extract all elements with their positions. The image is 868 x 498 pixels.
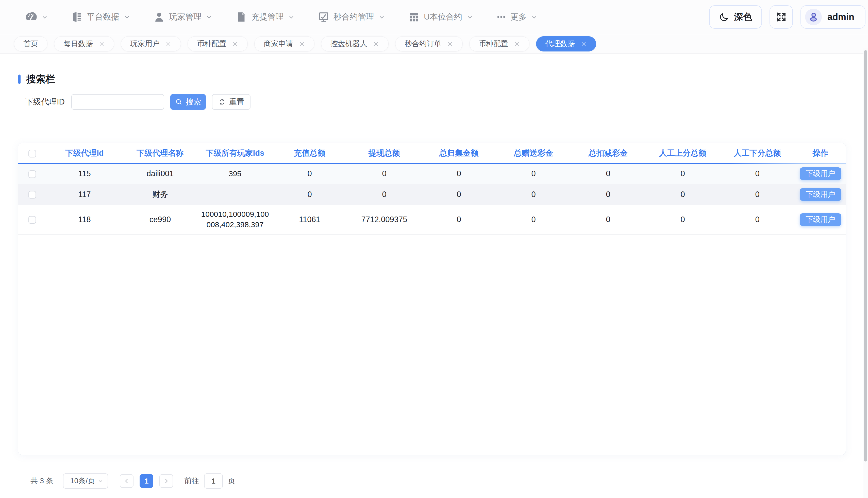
tab-close-icon[interactable]	[447, 41, 453, 47]
chevron-down-icon	[41, 13, 48, 21]
table-cell: 0	[347, 184, 422, 205]
nav-item-usdt-contract[interactable]: U本位合约	[397, 11, 485, 23]
column-header: 人工下分总额	[720, 143, 795, 163]
sub-users-button[interactable]: 下级用户	[800, 167, 841, 180]
goto-label: 前往	[184, 476, 199, 486]
moon-icon	[719, 12, 729, 22]
table-cell: 0	[720, 163, 795, 184]
tab[interactable]: 币种配置	[188, 36, 248, 51]
tab[interactable]: 秒合约订单	[395, 36, 463, 51]
column-header: 下级代理名称	[123, 143, 198, 163]
column-header: 下级代理id	[47, 143, 123, 163]
row-checkbox[interactable]	[28, 170, 36, 178]
tab-close-icon[interactable]	[232, 41, 238, 47]
tab[interactable]: 商家申请	[254, 36, 315, 51]
theme-toggle-label: 深色	[734, 11, 752, 23]
table-cell: 0	[496, 205, 571, 234]
table-cell: ce990	[123, 205, 198, 234]
tab-close-icon[interactable]	[580, 41, 587, 47]
table-cell: 0	[646, 163, 720, 184]
sub-users-button[interactable]: 下级用户	[800, 213, 841, 226]
chevron-down-icon	[123, 13, 130, 21]
column-header: 下级所有玩家ids	[198, 143, 272, 163]
title-accent-bar	[18, 75, 21, 84]
table-cell: 100010,100009,100008,402,398,397	[198, 205, 272, 234]
goto-page-input[interactable]	[204, 473, 223, 489]
table-row: 115 daili001 395 0 0 0 0 0 0 0 下级用户	[18, 163, 846, 184]
tab[interactable]: 控盘机器人	[321, 36, 388, 51]
column-header: 总赠送彩金	[496, 143, 571, 163]
nav-item-dashboard[interactable]	[25, 11, 60, 23]
table-cell: 117	[47, 184, 123, 205]
table-cell: 0	[272, 163, 347, 184]
nav-item-platform-data[interactable]: 平台数据	[60, 11, 142, 23]
document-icon	[235, 11, 247, 23]
tab-close-icon[interactable]	[165, 41, 171, 47]
top-actions: 深色 admin	[709, 5, 866, 29]
table-cell: 0	[571, 205, 646, 234]
select-all-checkbox[interactable]	[28, 150, 36, 157]
chevron-down-icon	[206, 13, 213, 21]
nav-item-label: 秒合约管理	[333, 11, 374, 23]
table-cell: daili001	[123, 163, 198, 184]
chevron-down-icon	[466, 13, 473, 21]
prev-page-button[interactable]	[120, 474, 133, 488]
agent-id-input[interactable]	[71, 94, 164, 110]
search-button-label: 搜索	[186, 97, 201, 107]
page-size-select[interactable]: 10条/页	[63, 473, 108, 489]
user-menu[interactable]: admin	[801, 5, 866, 29]
tab[interactable]: 玩家用户	[121, 36, 181, 51]
search-section-title: 搜索栏	[18, 73, 55, 86]
current-page-button[interactable]: 1	[140, 474, 153, 488]
reset-button-label: 重置	[229, 97, 244, 107]
table-cell: 0	[720, 184, 795, 205]
checkbox-cell	[18, 163, 47, 184]
tab-label: 币种配置	[197, 39, 226, 49]
action-cell: 下级用户	[795, 184, 846, 205]
table-body: 115 daili001 395 0 0 0 0 0 0 0 下级用户 117 …	[18, 163, 846, 234]
chevron-down-icon	[378, 13, 385, 21]
tab-label: 每日数据	[63, 39, 93, 49]
pagination: 共 3 条 10条/页 1 前往 页	[30, 473, 235, 489]
tab-close-icon[interactable]	[99, 41, 105, 47]
agent-id-label: 下级代理ID	[25, 96, 65, 107]
scrollbar-thumb[interactable]	[864, 50, 867, 461]
scrollbar-track[interactable]	[864, 48, 868, 498]
tab-label: 代理数据	[546, 39, 575, 49]
tab-close-icon[interactable]	[514, 41, 520, 47]
sub-users-button[interactable]: 下级用户	[800, 188, 841, 201]
nav-item-more[interactable]: 更多	[485, 11, 549, 23]
tab[interactable]: 每日数据	[54, 36, 114, 51]
search-icon	[175, 98, 183, 106]
nav-item-seconds-contract[interactable]: 秒合约管理	[306, 11, 397, 23]
tab-close-icon[interactable]	[373, 41, 379, 47]
data-table-card: 下级代理id 下级代理名称 下级所有玩家ids 充值总额 提现总额 总归集金额 …	[18, 143, 846, 455]
nav-item-label: 平台数据	[87, 11, 119, 23]
tab[interactable]: 币种配置	[469, 36, 529, 51]
fullscreen-button[interactable]	[769, 5, 793, 29]
nav-item-label: 充提管理	[251, 11, 284, 23]
table-cell: 0	[720, 205, 795, 234]
action-cell: 下级用户	[795, 163, 846, 184]
reset-button[interactable]: 重置	[212, 94, 251, 110]
refresh-icon	[218, 98, 226, 106]
table-cell: 财务	[123, 184, 198, 205]
tab[interactable]: 代理数据	[536, 36, 596, 51]
chart-monitor-icon	[318, 11, 329, 23]
column-header: 操作	[795, 143, 846, 163]
next-page-button[interactable]	[159, 474, 173, 488]
row-checkbox[interactable]	[28, 191, 36, 198]
table-cell: 0	[422, 184, 496, 205]
table-cell: 0	[272, 184, 347, 205]
tab-close-icon[interactable]	[299, 41, 305, 47]
nav-item-label: 更多	[510, 11, 527, 23]
search-button[interactable]: 搜索	[170, 94, 206, 110]
row-checkbox[interactable]	[28, 216, 36, 224]
theme-toggle-button[interactable]: 深色	[709, 5, 762, 29]
table-cell: 0	[646, 205, 720, 234]
nav-item-player-management[interactable]: 玩家管理	[142, 11, 224, 23]
tab[interactable]: 首页	[14, 36, 48, 51]
table-cell: 0	[496, 163, 571, 184]
column-header: 总归集金额	[422, 143, 496, 163]
nav-item-deposit-withdraw[interactable]: 充提管理	[224, 11, 306, 23]
